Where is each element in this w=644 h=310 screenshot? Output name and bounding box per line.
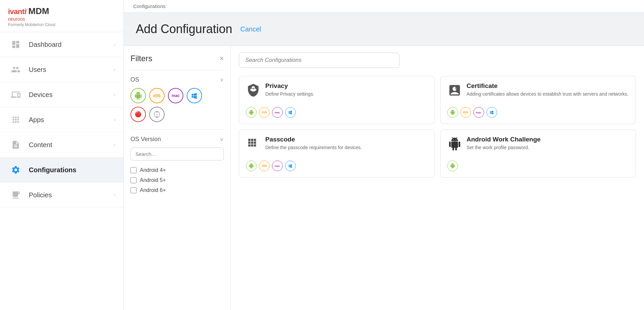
os-chrome-button[interactable] (130, 107, 146, 122)
page-header: Add Configuration Cancel (124, 13, 644, 46)
sidebar-item-dashboard[interactable]: Dashboard › (0, 32, 123, 57)
config-card-certificate-os: iOS mac (447, 104, 629, 118)
os-version-chevron-icon: ∨ (220, 136, 224, 142)
cert-os-ios: iOS (460, 107, 471, 118)
config-card-certificate-top: Certificate Adding certificates allows d… (447, 82, 629, 98)
os-version-android6-item[interactable]: Android 6+ (130, 185, 224, 195)
config-card-awc-title: Android Work Challenge (467, 136, 541, 143)
content-area: Filters × OS ∨ (124, 46, 644, 310)
config-card-privacy-title: Privacy (265, 82, 314, 90)
os-mac-button[interactable]: mac (168, 88, 183, 103)
config-card-certificate[interactable]: Certificate Adding certificates allows d… (440, 76, 636, 124)
passcode-os-windows (285, 161, 296, 171)
filters-title: Filters (130, 54, 152, 63)
privacy-icon (246, 83, 261, 98)
config-card-passcode[interactable]: Passcode Define the passcode requirement… (239, 129, 435, 178)
configs-panel: Privacy Define Privacy settings. iOS mac (231, 46, 644, 310)
privacy-os-mac: mac (272, 107, 283, 118)
cancel-button[interactable]: Cancel (240, 25, 261, 33)
sidebar-label-content: Content (29, 141, 114, 149)
sidebar-item-devices[interactable]: Devices › (0, 82, 123, 107)
apps-icon (9, 113, 22, 126)
os-version-android5-item[interactable]: Android 5+ (130, 175, 224, 185)
passcode-os-mac: mac (272, 161, 283, 171)
search-configurations-input[interactable] (239, 53, 399, 68)
os-watchos-button[interactable]: os (149, 107, 165, 122)
config-card-android-work-challenge[interactable]: Android Work Challenge Set the work prof… (440, 129, 636, 178)
config-card-passcode-top: Passcode Define the passcode requirement… (246, 136, 428, 151)
passcode-icon (246, 136, 261, 151)
filters-header: Filters × (130, 54, 224, 63)
sidebar-item-configurations[interactable]: Configurations (0, 158, 123, 183)
page-title: Add Configuration (136, 22, 232, 36)
config-card-certificate-desc: Adding certificates allows devices to es… (467, 91, 629, 98)
filters-panel: Filters × OS ∨ (124, 46, 231, 310)
filter-os-section: OS ∨ iOS mac (130, 70, 224, 129)
breadcrumb-text: Configurations (133, 3, 166, 9)
config-cards-grid: Privacy Define Privacy settings. iOS mac (239, 76, 636, 178)
privacy-os-android (246, 107, 257, 118)
sidebar-item-policies[interactable]: Policies › (0, 183, 123, 208)
chevron-right-icon: › (114, 117, 115, 122)
os-version-filter-title: OS Version (130, 136, 161, 143)
os-version-filter-header[interactable]: OS Version ∨ (130, 136, 224, 143)
svg-text:os: os (156, 114, 158, 116)
sidebar-item-content[interactable]: Content › (0, 132, 123, 158)
chevron-right-icon: › (114, 92, 115, 97)
dashboard-icon (9, 38, 22, 51)
config-card-privacy-top: Privacy Define Privacy settings. (246, 82, 428, 98)
privacy-os-windows (285, 107, 296, 118)
config-card-passcode-title: Passcode (265, 136, 362, 143)
os-icons-row: iOS mac (130, 88, 224, 103)
config-card-certificate-title: Certificate (467, 82, 629, 90)
config-card-privacy-os: iOS mac (246, 104, 428, 118)
config-card-awc-os (447, 157, 629, 171)
sidebar: ivantii MDM neurons Formerly MobileIron … (0, 0, 124, 310)
os-version-android4-item[interactable]: Android 4+ (130, 165, 224, 175)
os-version-android4-label: Android 4+ (140, 167, 166, 173)
android-work-challenge-icon (447, 136, 462, 151)
cert-os-mac: mac (473, 107, 484, 118)
sidebar-item-users[interactable]: Users › (0, 57, 123, 82)
mac-label: mac (172, 93, 180, 98)
configurations-icon (9, 164, 22, 176)
main-content: Configurations Add Configuration Cancel … (124, 0, 644, 310)
config-card-awc-top: Android Work Challenge Set the work prof… (447, 136, 629, 151)
content-icon (9, 138, 22, 151)
config-card-privacy[interactable]: Privacy Define Privacy settings. iOS mac (239, 76, 435, 124)
os-version-android6-checkbox[interactable] (130, 187, 136, 193)
config-card-passcode-desc: Define the passcode requirements for dev… (265, 144, 362, 151)
os-version-android6-label: Android 6+ (140, 187, 166, 193)
devices-icon (9, 88, 22, 101)
os-version-search-input[interactable] (130, 147, 224, 161)
os-icons-row-2: os (130, 107, 224, 122)
config-card-passcode-text: Passcode Define the passcode requirement… (265, 136, 362, 151)
search-configs-wrapper (239, 53, 636, 68)
certificate-icon (447, 83, 462, 98)
os-version-android5-checkbox[interactable] (130, 177, 136, 183)
filter-os-version-section: OS Version ∨ Android 4+ Android 5+ Andro… (130, 129, 224, 201)
config-card-awc-desc: Set the work profile password. (467, 144, 541, 151)
logo-formerly: Formerly MobileIron Cloud (8, 22, 115, 27)
logo-mdm: MDM (28, 6, 49, 16)
passcode-os-android (246, 161, 257, 171)
os-chevron-icon: ∨ (220, 77, 224, 83)
cert-os-android (447, 107, 458, 118)
os-filter-header[interactable]: OS ∨ (130, 76, 224, 83)
sidebar-item-apps[interactable]: Apps › (0, 107, 123, 132)
filters-close-button[interactable]: × (219, 54, 224, 63)
config-card-privacy-desc: Define Privacy settings. (265, 91, 314, 98)
privacy-os-ios: iOS (259, 107, 270, 118)
os-ios-button[interactable]: iOS (149, 88, 165, 103)
os-version-android4-checkbox[interactable] (130, 167, 136, 173)
ios-label: iOS (153, 93, 161, 98)
chevron-right-icon: › (114, 192, 115, 198)
os-windows-button[interactable] (187, 88, 202, 103)
os-android-button[interactable] (130, 88, 146, 103)
breadcrumb: Configurations (124, 0, 644, 13)
passcode-os-ios: iOS (259, 161, 270, 171)
policies-icon (9, 189, 22, 201)
sidebar-label-apps: Apps (29, 116, 114, 124)
config-card-privacy-text: Privacy Define Privacy settings. (265, 82, 314, 98)
os-version-android5-label: Android 5+ (140, 177, 166, 183)
